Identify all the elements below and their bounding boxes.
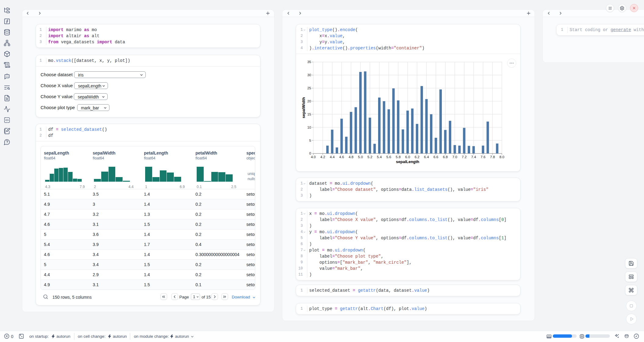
svg-text:4.8: 4.8	[349, 155, 353, 159]
svg-text:8.0: 8.0	[499, 155, 504, 159]
svg-text:7.4: 7.4	[471, 155, 476, 159]
svg-text:sepalWidth: sepalWidth	[301, 97, 306, 118]
svg-text:6.0: 6.0	[405, 155, 410, 159]
svg-text:6.8: 6.8	[443, 155, 448, 159]
svg-text:0: 0	[309, 151, 311, 155]
svg-text:5.6: 5.6	[386, 155, 391, 159]
svg-text:4.4: 4.4	[330, 155, 335, 159]
svg-text:4.0: 4.0	[311, 155, 316, 159]
svg-text:4.2: 4.2	[320, 155, 325, 159]
svg-text:6.2: 6.2	[415, 155, 420, 159]
svg-text:4.6: 4.6	[339, 155, 344, 159]
svg-text:15: 15	[307, 112, 311, 116]
svg-text:6.4: 6.4	[424, 155, 429, 159]
svg-text:6.6: 6.6	[434, 155, 438, 159]
svg-text:sepalLength: sepalLength	[396, 159, 420, 164]
svg-text:30: 30	[307, 73, 311, 77]
svg-text:7.6: 7.6	[481, 155, 485, 159]
svg-text:7.0: 7.0	[452, 155, 457, 159]
svg-text:5.2: 5.2	[367, 155, 372, 159]
svg-text:5.8: 5.8	[396, 155, 401, 159]
svg-text:35: 35	[307, 60, 311, 64]
svg-text:7.8: 7.8	[490, 155, 495, 159]
svg-text:20: 20	[307, 99, 311, 103]
svg-text:5.4: 5.4	[377, 155, 382, 159]
svg-text:5: 5	[309, 139, 311, 142]
svg-text:7.2: 7.2	[462, 155, 467, 159]
svg-text:5.0: 5.0	[358, 155, 363, 159]
svg-text:25: 25	[307, 86, 311, 90]
svg-text:10: 10	[307, 126, 311, 129]
